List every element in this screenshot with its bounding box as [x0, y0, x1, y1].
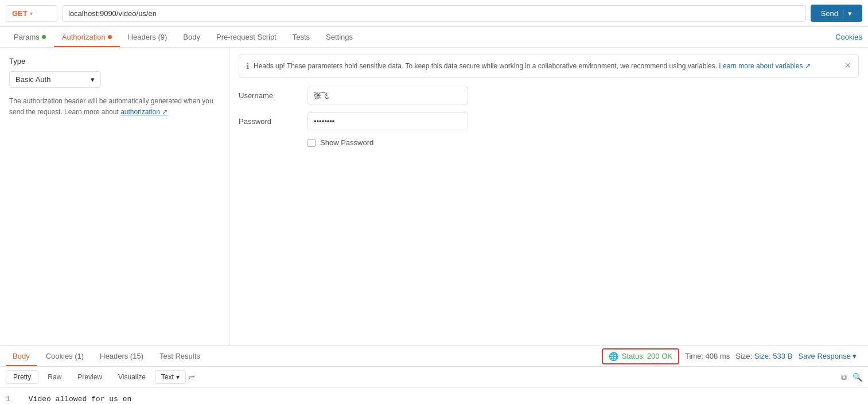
username-row: Username: [239, 87, 859, 104]
type-label: Type: [9, 57, 220, 65]
status-badge: 🌐 Status: 200 OK: [602, 348, 679, 364]
bottom-tab-test-results[interactable]: Test Results: [153, 346, 207, 366]
status-time: Time: 408 ms: [685, 352, 730, 360]
bottom-section: Body Cookies (1) Headers (15) Test Resul…: [0, 346, 868, 404]
username-label: Username: [239, 91, 308, 100]
search-icon[interactable]: 🔍: [853, 372, 862, 382]
auth-link[interactable]: authorization ↗: [120, 108, 168, 116]
status-size: Size: Size: 533 B: [735, 352, 792, 360]
password-input[interactable]: [308, 112, 468, 130]
request-tabs: Params Authorization Headers (9) Body Pr…: [0, 27, 868, 48]
right-panel: ℹ Heads up! These parameters hold sensit…: [229, 48, 868, 345]
password-label: Password: [239, 117, 308, 126]
code-area: 1 Video allowed for us en: [0, 388, 868, 404]
auth-dot: [108, 35, 112, 39]
tab-tests[interactable]: Tests: [285, 27, 318, 47]
bottom-tabs-row: Body Cookies (1) Headers (15) Test Resul…: [0, 346, 868, 367]
raw-button[interactable]: Raw: [41, 371, 68, 383]
tab-settings[interactable]: Settings: [318, 27, 361, 47]
globe-icon: 🌐: [609, 352, 618, 361]
preview-button[interactable]: Preview: [71, 371, 109, 383]
main-area: Type Basic Auth ▾ The authorization head…: [0, 48, 868, 346]
password-row: Password: [239, 112, 859, 130]
close-icon[interactable]: ✕: [844, 61, 851, 70]
text-dropdown[interactable]: Text ▾: [155, 370, 186, 384]
username-input[interactable]: [308, 87, 468, 104]
wrap-icon[interactable]: ⇌: [188, 372, 195, 382]
show-password-row: Show Password: [308, 138, 859, 147]
save-response-chevron-icon: ▾: [853, 352, 857, 360]
chevron-down-icon: ▾: [30, 10, 33, 17]
type-chevron-icon: ▾: [91, 75, 95, 84]
bottom-tab-cookies[interactable]: Cookies (1): [39, 346, 91, 366]
method-select[interactable]: GET ▾: [6, 5, 57, 22]
send-divider: [843, 9, 843, 18]
method-text: GET: [12, 9, 28, 18]
notice-link[interactable]: Learn more about variables ↗: [719, 62, 810, 70]
status-text: Status: 200 OK: [622, 352, 672, 360]
send-chevron-icon: ▾: [848, 9, 852, 18]
type-select[interactable]: Basic Auth ▾: [9, 71, 101, 88]
show-password-label: Show Password: [320, 138, 373, 147]
cookies-link[interactable]: Cookies: [835, 33, 862, 41]
url-input[interactable]: [62, 5, 806, 22]
url-bar: GET ▾ Send ▾: [0, 0, 868, 27]
pretty-button[interactable]: Pretty: [6, 370, 38, 384]
tab-pre-request[interactable]: Pre-request Script: [208, 27, 285, 47]
notice-bar: ℹ Heads up! These parameters hold sensit…: [239, 55, 859, 77]
bottom-tab-body[interactable]: Body: [6, 346, 37, 366]
text-chevron-icon: ▾: [176, 373, 180, 381]
show-password-checkbox[interactable]: [308, 139, 316, 147]
visualize-button[interactable]: Visualize: [111, 371, 153, 383]
tab-headers[interactable]: Headers (9): [120, 27, 176, 47]
bottom-tab-headers[interactable]: Headers (15): [93, 346, 150, 366]
send-button[interactable]: Send ▾: [811, 5, 862, 22]
notice-text: Heads up! These parameters hold sensitiv…: [254, 61, 840, 71]
info-icon: ℹ: [246, 61, 249, 71]
tab-authorization[interactable]: Authorization: [54, 27, 120, 47]
status-area: 🌐 Status: 200 OK Time: 408 ms Size: Size…: [596, 348, 862, 364]
copy-icon[interactable]: ⧉: [841, 372, 847, 382]
tab-params[interactable]: Params: [6, 27, 54, 47]
tab-body[interactable]: Body: [175, 27, 208, 47]
line-number: 1: [6, 395, 15, 403]
code-line: Video allowed for us en: [29, 395, 131, 403]
params-dot: [42, 35, 46, 39]
left-panel: Type Basic Auth ▾ The authorization head…: [0, 48, 229, 345]
save-response-button[interactable]: Save Response ▾: [798, 352, 857, 360]
format-toolbar: Pretty Raw Preview Visualize Text ▾ ⇌ ⧉ …: [0, 367, 868, 388]
auth-info-text: The authorization header will be automat…: [9, 96, 220, 118]
